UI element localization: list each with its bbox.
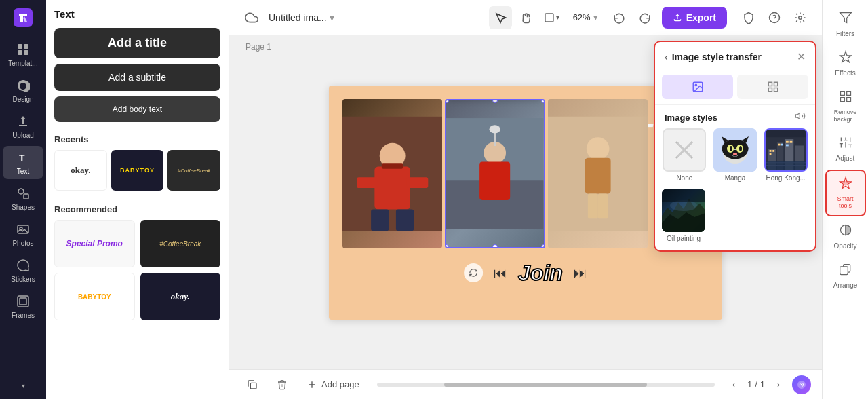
help-button[interactable] [764, 7, 785, 28]
recent-item-babytoy[interactable]: BABYTOY [111, 150, 164, 191]
export-icon [673, 13, 682, 22]
add-body-button[interactable]: Add body text [54, 96, 220, 122]
stickers-icon [16, 258, 31, 273]
svg-rect-69 [769, 153, 771, 155]
sidebar-item-upload[interactable]: Upload [3, 110, 43, 143]
cloud-save-button[interactable] [240, 6, 263, 29]
ist-tabs [655, 69, 815, 105]
rec-item-babytoy2[interactable]: BABYTOY [54, 273, 135, 320]
redo-button[interactable] [633, 6, 656, 29]
ist-hk-preview [764, 128, 808, 172]
sound-icon [795, 111, 806, 121]
zoom-control[interactable]: 62% ▾ [566, 10, 605, 25]
ist-sound-button[interactable] [795, 111, 806, 124]
frame-tool-button[interactable]: ▾ [540, 6, 564, 29]
ist-style-none[interactable]: None [662, 128, 707, 182]
ist-back-button[interactable]: ‹ [665, 52, 668, 62]
person-beach-icon [548, 99, 648, 248]
prev-page-button[interactable]: ‹ [726, 377, 742, 393]
remove-bg-button[interactable]: Removebackgr... [825, 84, 866, 129]
adjust-button[interactable]: Adjust [825, 130, 866, 168]
sidebar-item-frames[interactable]: Frames [3, 290, 43, 323]
shield-button[interactable] [738, 7, 760, 28]
svg-rect-17 [374, 166, 410, 209]
svg-point-59 [730, 146, 732, 151]
recommended-section-title: Recommended [54, 204, 220, 214]
sidebar-item-stickers[interactable]: Stickers [3, 254, 43, 287]
svg-rect-7 [24, 194, 28, 199]
text-icon: T [16, 150, 31, 165]
add-subtitle-button[interactable]: Add a subtitle [54, 64, 220, 91]
hand-tool-button[interactable] [515, 6, 538, 29]
ist-header: ‹ Image style transfer ✕ [655, 42, 815, 69]
left-sidebar: Templat... Design Upload T Text [0, 0, 46, 399]
canvas-image-1[interactable] [342, 99, 442, 248]
add-page-button[interactable]: Add page [300, 375, 366, 394]
effects-button[interactable]: Effects [825, 45, 866, 83]
arrange-icon [839, 263, 852, 280]
canvas-join-text: Join [518, 261, 563, 286]
sidebar-item-shapes[interactable]: Shapes [3, 182, 43, 215]
add-title-button[interactable]: Add a title [54, 28, 220, 58]
recent-item-okay[interactable]: okay. [54, 150, 107, 191]
svg-point-6 [18, 189, 24, 194]
sidebar-collapse-btn[interactable]: ▾ [3, 378, 43, 394]
opacity-button[interactable]: Opacity [825, 218, 866, 256]
refresh-button[interactable] [464, 263, 483, 282]
rec-item-coffee-break[interactable]: #CoffeeBreak [140, 220, 221, 267]
top-bar-left: Untitled ima... ▾ [240, 6, 484, 29]
fast-forward-button[interactable]: ⏭ [574, 265, 587, 281]
arrange-button[interactable]: Arrange [825, 257, 866, 295]
scroll-track[interactable] [377, 383, 715, 387]
settings-button[interactable] [789, 7, 811, 28]
recent-item-coffee[interactable]: #CoffeeBreak [167, 150, 220, 191]
ist-tab-image[interactable] [662, 75, 733, 99]
delete-page-button[interactable] [270, 375, 294, 394]
file-name[interactable]: Untitled ima... ▾ [269, 12, 334, 23]
upload-icon [16, 114, 31, 129]
ai-avatar[interactable] [792, 375, 811, 394]
smart-tools-button[interactable]: Smarttools [825, 170, 866, 217]
canvas-image-2[interactable]: ··· [445, 99, 545, 248]
ist-close-button[interactable]: ✕ [797, 50, 806, 63]
image-style-transfer-panel: ‹ Image style transfer ✕ Image styles [654, 41, 816, 252]
svg-rect-72 [786, 141, 789, 143]
svg-rect-68 [772, 150, 774, 152]
sidebar-item-templates[interactable]: Templat... [3, 38, 43, 71]
rewind-button[interactable]: ⏮ [494, 265, 507, 281]
svg-point-60 [739, 146, 742, 151]
duplicate-page-button[interactable] [240, 375, 264, 394]
ist-section-header: Image styles [655, 105, 815, 128]
selection-handle-br [541, 244, 545, 248]
svg-rect-21 [396, 209, 414, 231]
top-right-icons [738, 7, 811, 28]
text-panel-title: Text [54, 8, 220, 20]
ist-style-hong-kong[interactable]: Hong Kong... [763, 128, 808, 182]
selection-handle-tr [541, 99, 545, 103]
ist-tab-frame[interactable] [737, 75, 808, 99]
app-logo[interactable] [11, 5, 35, 30]
svg-rect-71 [781, 144, 783, 146]
ist-style-oil[interactable]: Oil painting [662, 189, 705, 242]
sidebar-item-text[interactable]: T Text [3, 146, 43, 179]
ist-style-manga[interactable]: Manga [713, 128, 758, 182]
image-toolbar: ··· [448, 99, 542, 100]
filters-button[interactable]: Filters [825, 5, 866, 43]
sidebar-item-photos[interactable]: Photos [3, 218, 43, 251]
smart-tools-icon [839, 176, 852, 193]
next-page-button[interactable]: › [770, 377, 787, 393]
ist-section-title: Image styles [665, 113, 717, 123]
svg-rect-11 [20, 298, 26, 305]
svg-text:T: T [19, 153, 25, 164]
sidebar-item-design[interactable]: Design [3, 74, 43, 107]
undo-button[interactable] [608, 6, 631, 29]
rec-item-okay2[interactable]: okay. [140, 273, 221, 320]
export-button[interactable]: Export [662, 7, 727, 28]
select-tool-button[interactable] [489, 6, 512, 29]
rec-item-special-promo[interactable]: Special Promo [54, 220, 135, 267]
svg-rect-2 [24, 44, 28, 49]
svg-point-14 [799, 16, 802, 19]
svg-rect-73 [789, 141, 792, 143]
canvas-image-3[interactable] [548, 99, 648, 248]
svg-rect-1 [18, 44, 22, 49]
